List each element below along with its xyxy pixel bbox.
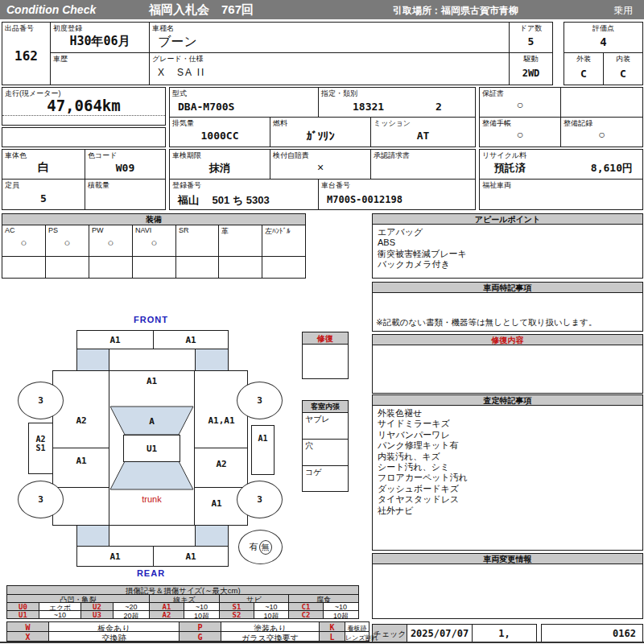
appeal-line: ABS	[378, 237, 642, 248]
cabin-row-burn-label: コゲ	[305, 467, 321, 478]
approval-cell: 承認請求書	[370, 149, 476, 180]
color-code-label: 色コード	[88, 151, 117, 161]
mission-cell: ミッション AT	[370, 117, 476, 147]
grade-cell: グレード・仕様 X SA II	[149, 52, 510, 85]
equipment-empty-divider-4	[175, 256, 176, 279]
mission-value: AT	[371, 130, 475, 142]
appeal-header: アピールポイント	[372, 213, 643, 225]
lot-number-label: 出品番号	[5, 23, 34, 34]
displacement-value: 1000CC	[170, 130, 270, 142]
equipment-cell-lhd: 左ﾊﾝﾄﾞﾙ	[262, 225, 306, 257]
equipment-label-ac: AC	[5, 226, 15, 234]
color-code-value: W09	[85, 162, 165, 174]
legend-val-x: 交換跡	[48, 631, 180, 642]
grade-label: グレード・仕様	[152, 54, 204, 64]
wheel-rear-right: 3	[237, 481, 283, 518]
legend-val-s2-label: 10超	[254, 611, 288, 621]
mileage-extra-cell	[2, 127, 166, 147]
class-code-value2: 2	[436, 101, 442, 113]
score-value: 4	[564, 35, 642, 48]
drive-value: 2WD	[510, 68, 552, 79]
warranty-cell: 保証書 ○	[479, 87, 561, 118]
load-cell: 積載量	[85, 179, 166, 210]
front-bumper-left-mark: A1	[77, 335, 153, 345]
mission-label: ミッション	[374, 118, 411, 129]
legend-code-a2-label: A2	[150, 611, 184, 619]
body-color-value: 白	[2, 160, 85, 175]
cabin-row-tear-label: ヤブレ	[305, 414, 330, 425]
inspection-cell: 車検期限 抹消	[169, 149, 270, 180]
mileage-cell: 走行(現メーター) 47,064km	[2, 87, 166, 126]
equipment-label-ps: PS	[48, 226, 58, 234]
legend-val-a2-label: 10超	[184, 611, 219, 621]
appeal-line: バックカメラ付き	[378, 259, 642, 270]
assessment-line: リヤバンパーワレ	[378, 430, 642, 440]
side-left-mark-1: A2	[29, 435, 52, 444]
legend-code-a2: A2	[149, 610, 184, 619]
quarter-right-mark: A1	[200, 498, 233, 509]
bottom-rule	[0, 642, 644, 643]
legend-code-s2-label: S2	[220, 611, 254, 619]
recycle-fee-label: リサイクル料	[482, 151, 526, 161]
chassis-number-value: M700S-0012198	[327, 194, 402, 205]
title-bar: Condition Check 福岡入札会 767回 引取場所：福岡県古賀市青柳…	[0, 0, 644, 19]
equipment-label-pw: PW	[92, 226, 104, 234]
legend-code-g-label: G	[180, 633, 221, 642]
legend-val-u1: ~10	[39, 610, 81, 619]
equipment-label-navi: NAVI	[135, 226, 151, 234]
legend-code-x: X	[6, 631, 49, 642]
insurance-value: ×	[270, 161, 370, 174]
load-label: 積載量	[88, 180, 109, 191]
registration-number-cell: 登録番号 福山 501 ち 5303	[169, 179, 319, 210]
auction-title: 福岡入札会 767回	[149, 2, 254, 18]
side-right-mark: A1	[252, 434, 274, 443]
recycle-fee-cell: リサイクル料 預託済 8,610円	[479, 149, 643, 180]
first-registration-label: 初度登録	[53, 23, 82, 34]
cabin-row-burn: コゲ	[302, 465, 349, 492]
assessment-header: 査定特記事項	[372, 394, 643, 406]
roof-cell: U1	[123, 435, 180, 462]
body-color-cell: 車体色 白	[2, 149, 85, 180]
recycle-fee-value: 8,610円	[591, 161, 633, 175]
equipment-value-ps: ○	[46, 237, 89, 249]
taillight-right	[195, 525, 229, 547]
hood-mark: A1	[110, 376, 193, 386]
equipment-cell-sr: SR	[175, 225, 219, 257]
chassis-number-cell: 車台番号 M700S-0012198	[318, 179, 476, 210]
legend-code-c2-label: C2	[289, 611, 323, 619]
equipment-empty-row	[2, 256, 306, 279]
equipment-cell-navi: NAVI ○	[132, 225, 176, 257]
vehicle-notes-disclaimer: ※記載のない書類・機器等は無しとして取り扱いします。	[376, 317, 597, 328]
cabin-row-hole-label: 穴	[305, 440, 313, 452]
door-right-front-mark: A1,A1	[196, 415, 246, 426]
front-bumper-right-mark: A1	[154, 335, 228, 345]
wheel-front-right: 3	[237, 382, 283, 419]
repair-flag-header: 修復	[302, 332, 349, 345]
inspection-label: 車検期限	[172, 151, 201, 161]
repair-detail-header: 修復内容	[372, 334, 643, 345]
headlight-right	[195, 349, 229, 371]
maintenance-book-value: ○	[480, 128, 560, 141]
right-side-box: A1	[251, 425, 275, 475]
doors-cell: ドア数 5	[509, 22, 553, 53]
legend-code-u1: U1	[6, 610, 39, 619]
inspection-value: 抹消	[170, 161, 270, 175]
auction-sheet: Condition Check 福岡入札会 767回 引取場所：福岡県古賀市青柳…	[0, 0, 644, 644]
rear-bumper-left-mark: A1	[77, 551, 153, 562]
windshield-mark: A	[110, 416, 193, 427]
rear-window-shape	[110, 461, 193, 489]
first-registration-cell: 初度登録 H30年06月	[50, 22, 150, 53]
check-number-value: 0162	[613, 628, 636, 639]
presence-ellipse: 有 無	[238, 530, 283, 564]
assessment-line: 社外ナビ	[378, 506, 642, 516]
equipment-label-lhd: 左ﾊﾝﾄﾞﾙ	[265, 226, 291, 237]
lot-number-value: 162	[2, 48, 50, 64]
fuel-label: 燃料	[273, 118, 287, 129]
check-session-value: 1,	[473, 628, 536, 639]
assessment-line: パンク修理キット有	[378, 440, 642, 451]
lot-number-cell: 出品番号 162	[2, 22, 51, 85]
change-info-body	[372, 564, 643, 619]
model-name-label: 車種名	[152, 23, 174, 34]
assessment-body: 外装色褪せ サイドミラーキズ リヤバンパーワレ パンク修理キット有 内装汚れ、キ…	[372, 405, 643, 551]
history-cell: 車歴	[50, 52, 150, 85]
